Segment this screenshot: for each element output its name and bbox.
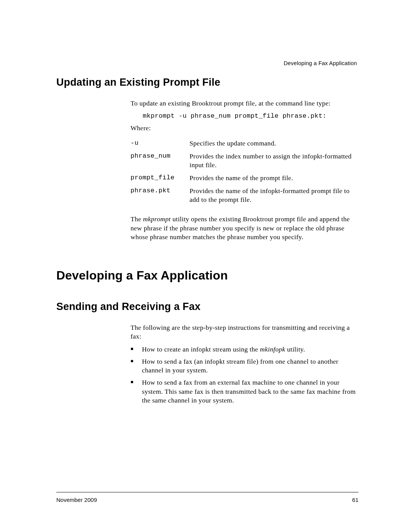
outro-em: mkprompt [143,215,171,223]
section2-intro: The following are the step-by-step instr… [131,323,358,341]
table-row: -u Specifies the update command. [131,137,358,150]
param-desc: Specifies the update command. [190,137,358,150]
param-key: prompt_file [131,172,190,185]
page: Developing a Fax Application Updating an… [0,0,411,532]
bullet1-pre: How to create an infopkt stream using th… [142,345,260,353]
section-heading-sending-receiving: Sending and Receiving a Fax [56,301,358,313]
param-desc: Provides the name of the infopkt-formatt… [190,185,358,206]
table-row: phrase_num Provides the index number to … [131,150,358,172]
section2-body: The following are the step-by-step instr… [131,323,358,405]
running-header: Developing a Fax Application [284,60,357,66]
list-item: How to send a fax from an external fax m… [131,378,358,405]
table-row: phrase.pkt Provides the name of the info… [131,185,358,206]
param-desc: Provides the index number to assign the … [190,150,358,172]
outro-pre: The [131,215,143,223]
param-key: phrase.pkt [131,185,190,206]
section1-outro: The mkprompt utility opens the existing … [131,215,358,242]
list-item: How to send a fax (an infopkt stream fil… [131,357,358,375]
page-footer: November 2009 61 [56,497,358,503]
list-item: How to create an infopkt stream using th… [131,345,358,354]
footer-page-number: 61 [352,497,358,503]
param-desc: Provides the name of the prompt file. [190,172,358,185]
section-heading-updating-prompt: Updating an Existing Prompt File [56,77,358,88]
section1-intro: To update an existing Brooktrout prompt … [131,99,358,108]
table-row: prompt_file Provides the name of the pro… [131,172,358,185]
params-table: -u Specifies the update command. phrase_… [131,137,358,206]
bullet1-em: mkinfopk [260,345,285,353]
bullet-list: How to create an infopkt stream using th… [131,345,358,405]
section1-command: mkprompt -u phrase_num prompt_file phras… [143,112,358,121]
bullet1-post: utility. [285,345,305,353]
footer-rule [56,492,358,492]
param-key: phrase_num [131,150,190,172]
param-key: -u [131,137,190,150]
where-label: Where: [131,124,358,133]
footer-date: November 2009 [56,497,97,503]
section1-body: To update an existing Brooktrout prompt … [131,99,358,242]
chapter-heading-developing-fax: Developing a Fax Application [56,268,358,283]
